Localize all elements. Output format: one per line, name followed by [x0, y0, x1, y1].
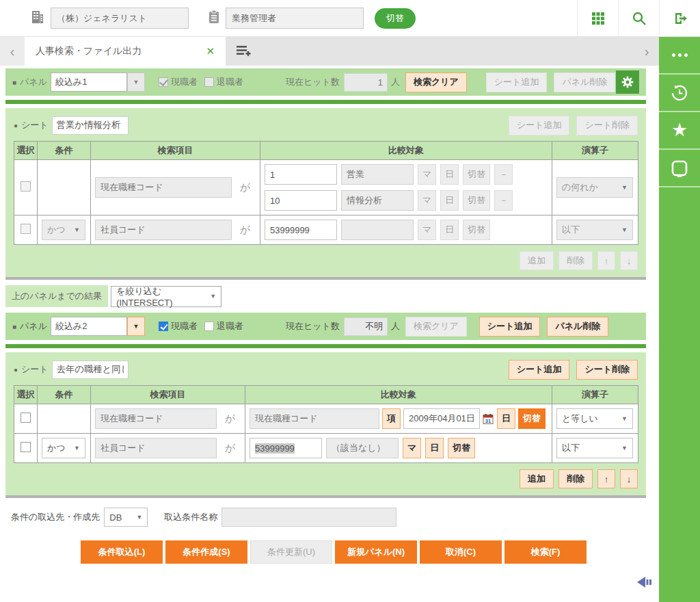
favorites-star-icon[interactable]: ★ [659, 112, 700, 150]
sheet2-delete-button[interactable]: シート削除 [576, 360, 638, 380]
row1-date-button2[interactable]: 日 [440, 190, 459, 211]
dest-select[interactable]: DB▼ [104, 508, 148, 527]
p2row1-select-checkbox[interactable] [21, 413, 31, 423]
p2row1-operator-select[interactable]: と等しい▼ [556, 408, 633, 429]
apps-grid-icon[interactable] [577, 0, 618, 37]
sheet1: ● シート シート追加 シート削除 選択 条件 検索項目 比較対象 演算子 [5, 108, 646, 277]
sheet1-row-add-button[interactable]: 追加 [520, 251, 554, 270]
panel2-sheet-add-button[interactable]: シート追加 [479, 317, 541, 337]
panel2-name-input[interactable] [51, 317, 127, 336]
new-panel-button[interactable]: 新規パネル(N) [335, 540, 417, 564]
chevron-down-icon: ▼ [617, 415, 628, 422]
sheet2-row-add-button[interactable]: 追加 [520, 469, 554, 488]
role-input[interactable] [226, 8, 364, 29]
sheet2-name-input[interactable] [52, 361, 129, 379]
row2-switch-button[interactable]: 切替 [463, 220, 490, 240]
sheet2-add-button[interactable]: シート追加 [509, 360, 570, 380]
tab-personnel-search[interactable]: 人事検索・ファイル出力 ✕ [25, 37, 226, 66]
p2row2-date-button[interactable]: 日 [425, 438, 444, 458]
search-icon[interactable] [618, 0, 659, 37]
p2row1-item-button[interactable]: 項 [382, 408, 401, 429]
table-row: 現在職種コード が 現在職種コード 項 2009年04月01日 31 日 切替 [14, 404, 638, 434]
panel1-active-label: 現職者 [171, 76, 198, 88]
tab-close-icon[interactable]: ✕ [206, 45, 215, 57]
panel1-retired-checkbox[interactable] [204, 77, 214, 87]
more-menu-icon[interactable] [659, 37, 700, 75]
p2row2-select-checkbox[interactable] [21, 442, 31, 452]
sheet2-row-down-button[interactable]: ↓ [620, 469, 638, 488]
row1-comp2-code-input[interactable]: 10 [265, 190, 337, 211]
panel2-active-checkbox[interactable] [159, 322, 168, 331]
condition-name-label: 取込条件名称 [164, 511, 217, 523]
panel2-retired-checkbox[interactable] [204, 322, 214, 331]
collapse-sidebar-icon[interactable] [636, 575, 655, 592]
row2-operator-select[interactable]: 以下▼ [556, 220, 633, 240]
panel1-active-checkbox[interactable] [159, 77, 168, 87]
panel1-retired-label: 退職者 [217, 76, 243, 88]
cancel-button[interactable]: 取消(C) [420, 540, 502, 564]
panel1-name-input[interactable] [51, 73, 127, 92]
col-condition: 条件 [38, 142, 91, 160]
row1-master-button2[interactable]: マ [418, 190, 436, 211]
row1-switch-button2[interactable]: 切替 [463, 190, 490, 211]
p2row2-switch-button[interactable]: 切替 [448, 438, 475, 458]
col-select: 選択 [14, 386, 38, 404]
row1-operator-select[interactable]: の何れか▼ [556, 177, 633, 198]
p2row1-date-input[interactable]: 2009年04月01日 [403, 408, 480, 429]
row2-master-button[interactable]: マ [418, 220, 436, 240]
p2row2-operator-select[interactable]: 以下▼ [556, 438, 633, 458]
panel1-delete-button[interactable]: パネル削除 [554, 73, 615, 92]
combine-select[interactable]: を絞り込む(INTERSECT)▼ [111, 286, 221, 307]
p2row2-condition-select[interactable]: かつ▼ [42, 438, 85, 458]
sheet2-row-delete-button[interactable]: 削除 [558, 469, 593, 488]
history-icon[interactable] [659, 75, 700, 112]
panel1-dropdown-button[interactable]: ▼ [127, 73, 145, 92]
sheet1-add-button[interactable]: シート追加 [509, 116, 570, 135]
panel2-dropdown-button[interactable]: ▼ [127, 317, 145, 336]
condition-update-button[interactable]: 条件更新(U) [250, 540, 332, 564]
row1-comp1-code-input[interactable]: 1 [265, 164, 337, 185]
p2row1-date-button[interactable]: 日 [497, 408, 515, 429]
sheet1-name-input[interactable] [52, 116, 129, 135]
row2-condition-select[interactable]: かつ▼ [42, 220, 85, 240]
tab-scroll-right-icon[interactable]: › [634, 37, 659, 66]
panel2-retired-label: 退職者 [217, 320, 243, 332]
p2row2-master-button[interactable]: マ [403, 438, 421, 458]
condition-name-input[interactable] [221, 508, 396, 527]
search-button[interactable]: 検索(F) [504, 540, 587, 564]
calendar-icon[interactable]: 31 [483, 413, 494, 425]
memo-tray-icon[interactable] [659, 150, 700, 187]
row1-minus-button2[interactable]: － [494, 190, 513, 211]
sheet1-row-up-button[interactable]: ↑ [597, 251, 615, 270]
ga-label: が [240, 181, 250, 194]
logout-icon[interactable] [659, 0, 700, 37]
sheet1-delete-button[interactable]: シート削除 [576, 116, 638, 135]
row2-date-button[interactable]: 日 [440, 220, 459, 240]
row1-minus-button[interactable]: － [494, 164, 513, 185]
company-input[interactable] [51, 8, 189, 29]
new-tab-icon[interactable] [226, 37, 261, 66]
panel1-settings-gear-icon[interactable] [616, 70, 639, 94]
row2-comp-code-input[interactable]: 53999999 [265, 220, 337, 240]
panel1-hits-label: 現在ヒット数 [286, 76, 340, 88]
condition-create-button[interactable]: 条件作成(S) [165, 540, 247, 564]
row1-select-checkbox[interactable] [21, 181, 31, 192]
p2row2-comp-code-input[interactable]: 53999999 [250, 438, 322, 458]
panel1-search-clear-button[interactable]: 検索クリア [405, 73, 467, 92]
company-icon [30, 10, 45, 27]
sheet1-row-delete-button[interactable]: 削除 [558, 251, 593, 270]
row1-date-button[interactable]: 日 [440, 164, 459, 185]
sheet2-row-up-button[interactable]: ↑ [597, 469, 615, 488]
switch-role-button[interactable]: 切替 [375, 8, 416, 29]
row1-master-button[interactable]: マ [418, 164, 436, 185]
condition-load-button[interactable]: 条件取込(L) [81, 540, 163, 564]
p2row1-switch-button[interactable]: 切替 [518, 408, 546, 429]
panel2-delete-button[interactable]: パネル削除 [547, 317, 608, 337]
row1-switch-button[interactable]: 切替 [463, 164, 490, 185]
panel1-sheet-add-button[interactable]: シート追加 [486, 73, 548, 92]
panel-marker: ■ [12, 79, 16, 86]
row2-select-checkbox[interactable] [21, 224, 31, 234]
tab-scroll-left-icon[interactable]: ‹ [0, 37, 25, 66]
panel2-search-clear-button[interactable]: 検索クリア [405, 317, 467, 337]
sheet1-row-down-button[interactable]: ↓ [620, 251, 638, 270]
